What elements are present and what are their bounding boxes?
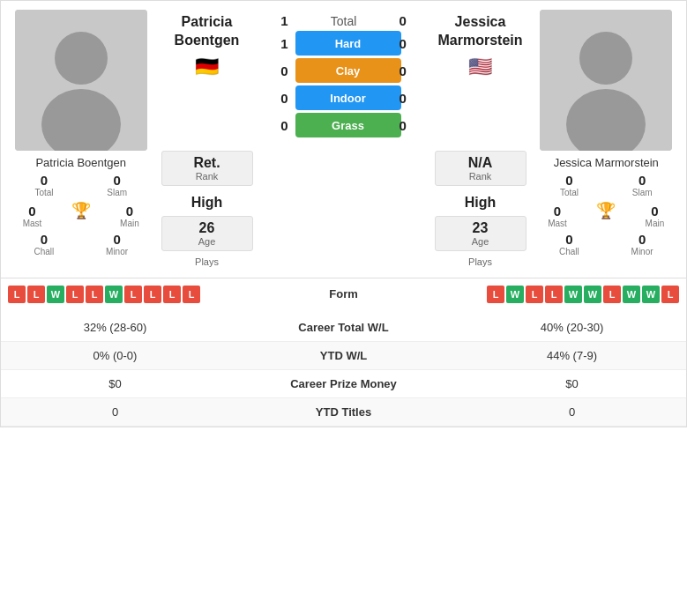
form-badge-right: W xyxy=(506,286,524,303)
scores-surfaces: 1 Total 0 1 Hard 0 0 xyxy=(260,10,428,267)
form-row: LLWLLWLLLL Form LWLLWWLWWL xyxy=(8,286,679,303)
grass-button: Grass xyxy=(295,113,401,137)
hard-button: Hard xyxy=(295,31,401,56)
form-badge-right: L xyxy=(603,286,621,303)
right-flag: 🇺🇸 xyxy=(468,56,492,78)
left-trophy-icon: 🏆 xyxy=(71,201,91,220)
left-main-lbl: Main xyxy=(120,219,139,228)
left-slam-lbl: Slam xyxy=(107,188,127,197)
right-total-item: 0 Total xyxy=(560,173,579,197)
form-badge-right: W xyxy=(584,286,601,303)
trophy-icon-right: 🏆 xyxy=(596,201,616,220)
right-main-item: 0 Main xyxy=(646,204,665,228)
form-badge-left: L xyxy=(144,286,161,303)
stat-right-val: $0 xyxy=(458,369,686,397)
left-chall-val: 0 xyxy=(41,232,48,247)
clay-left-score: 0 xyxy=(260,63,295,78)
grass-right-score: 0 xyxy=(392,118,428,133)
left-age-panel: 26 Age xyxy=(161,216,253,251)
right-player-avatar xyxy=(540,10,672,151)
grass-row: 0 Grass 0 xyxy=(260,113,428,137)
left-flag: 🇩🇪 xyxy=(195,56,219,78)
form-badge-left: L xyxy=(8,286,26,303)
hard-left-score: 1 xyxy=(260,36,295,51)
right-stat-row-2: 0 Mast 🏆 0 Main xyxy=(534,201,680,228)
left-mast-val: 0 xyxy=(28,204,35,219)
right-stat-row-3: 0 Chall 0 Minor xyxy=(534,232,680,256)
svg-point-1 xyxy=(55,32,108,85)
left-slam-val: 0 xyxy=(114,173,121,188)
right-chall-val: 0 xyxy=(565,232,572,247)
left-stat-row-1: 0 Total 0 Slam xyxy=(8,173,154,197)
right-trophy-icon: 🏆 xyxy=(596,201,616,220)
hard-row: 1 Hard 0 xyxy=(260,31,428,56)
left-chall-lbl: Chall xyxy=(34,247,54,256)
left-stat-row-2: 0 Mast 🏆 0 Main xyxy=(8,201,154,228)
form-section: LLWLLWLLLL Form LWLLWWLWWL xyxy=(1,278,686,314)
right-slam-item: 0 Slam xyxy=(632,173,653,197)
left-total-item: 0 Total xyxy=(34,173,53,197)
left-minor-lbl: Minor xyxy=(106,247,128,256)
left-mast-lbl: Mast xyxy=(23,219,42,228)
right-rank-val: N/A xyxy=(437,155,524,171)
indoor-right-score: 0 xyxy=(392,91,428,106)
right-rank-panel: N/A Rank xyxy=(435,151,526,186)
form-badge-left: L xyxy=(86,286,103,303)
stat-left-val: $0 xyxy=(1,369,229,397)
left-name-flag: Patricia Boentgen 🇩🇪 Ret. Rank High 26 A… xyxy=(154,10,260,267)
hard-right-score: 0 xyxy=(392,36,428,51)
left-player-block: Patricia Boentgen 0 Total 0 Slam 0 Mast … xyxy=(8,10,154,267)
indoor-left-score: 0 xyxy=(260,91,295,106)
right-slam-val: 0 xyxy=(638,173,646,188)
form-badge-left: W xyxy=(47,286,64,303)
right-mast-item: 0 Mast xyxy=(548,204,567,228)
right-chall-lbl: Chall xyxy=(559,247,579,256)
left-age-val: 26 xyxy=(164,220,250,236)
left-total-val: 0 xyxy=(41,173,48,188)
right-total-score: 0 xyxy=(392,13,428,28)
stat-center-label: Career Total W/L xyxy=(229,314,458,342)
form-badge-left: W xyxy=(105,286,123,303)
stats-row: $0 Career Prize Money $0 xyxy=(1,369,686,397)
right-minor-item: 0 Minor xyxy=(631,232,653,256)
left-rank-val: Ret. xyxy=(164,155,250,171)
left-stat-row-3: 0 Chall 0 Minor xyxy=(8,232,154,256)
right-main-val: 0 xyxy=(651,204,658,219)
stat-right-val: 0 xyxy=(458,397,686,426)
left-main-val: 0 xyxy=(126,204,133,219)
stats-row: 0 YTD Titles 0 xyxy=(1,397,686,426)
page-wrapper: Patricia Boentgen 0 Total 0 Slam 0 Mast … xyxy=(0,0,687,427)
right-rank-lbl: Rank xyxy=(437,171,524,182)
top-content: Patricia Boentgen 0 Total 0 Slam 0 Mast … xyxy=(1,1,686,271)
svg-point-4 xyxy=(579,32,632,85)
form-badge-right: W xyxy=(564,286,582,303)
form-badge-right: L xyxy=(526,286,543,303)
right-minor-val: 0 xyxy=(638,232,646,247)
stat-left-val: 0% (0-0) xyxy=(1,341,229,369)
stat-left-val: 0 xyxy=(1,397,229,426)
right-stat-row-1: 0 Total 0 Slam xyxy=(534,173,680,197)
stat-center-label: YTD W/L xyxy=(229,341,458,369)
stat-center-label: YTD Titles xyxy=(229,397,458,426)
right-age-panel: 23 Age xyxy=(435,216,526,251)
total-label-box: Total xyxy=(295,14,392,28)
clay-row: 0 Clay 0 xyxy=(260,58,428,83)
left-chall-item: 0 Chall xyxy=(34,232,54,256)
right-total-lbl: Total xyxy=(560,188,579,197)
trophy-icon-left: 🏆 xyxy=(71,201,91,220)
form-badge-left: L xyxy=(183,286,200,303)
form-badge-right: W xyxy=(623,286,640,303)
clay-right-score: 0 xyxy=(392,63,428,78)
grass-left-score: 0 xyxy=(260,118,295,133)
right-slam-lbl: Slam xyxy=(632,188,653,197)
stats-table: 32% (28-60) Career Total W/L 40% (20-30)… xyxy=(1,314,686,427)
right-main-lbl: Main xyxy=(646,219,665,228)
left-total-lbl: Total xyxy=(34,188,53,197)
left-mast-item: 0 Mast xyxy=(23,204,42,228)
stat-center-label: Career Prize Money xyxy=(229,369,458,397)
form-badge-right: L xyxy=(545,286,563,303)
left-full-name: Patricia Boentgen xyxy=(175,13,240,50)
clay-btn-box: Clay xyxy=(295,58,392,83)
form-badge-right: L xyxy=(487,286,504,303)
right-full-name: Jessica Marmorstein xyxy=(437,13,522,50)
